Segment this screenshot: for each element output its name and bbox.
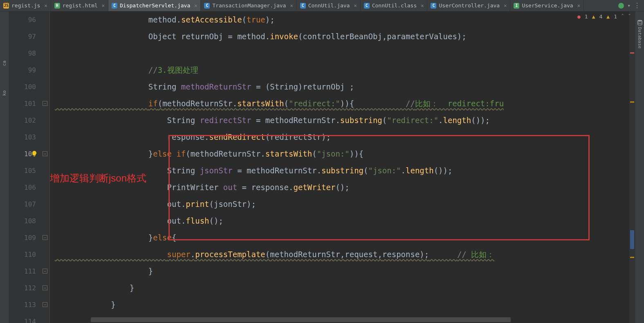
editor-tab-6[interactable]: CUserController.java× [427,0,510,11]
line-number[interactable]: 99 [9,62,36,79]
line-number[interactable]: 96 [9,11,36,28]
tab-label: DispatcherServlet.java [120,2,190,9]
code-line[interactable] [50,45,635,62]
close-tab-icon[interactable]: × [290,3,293,9]
more-menu-icon[interactable]: ⋮ [634,2,641,9]
close-tab-icon[interactable]: × [504,3,507,9]
line-number[interactable]: 108 [9,213,36,229]
error-count: 1 [585,13,588,20]
line-number[interactable]: 114 [9,313,36,323]
inspection-next-icon[interactable]: ˅ [628,13,631,20]
fold-toggle-icon[interactable]: − [43,269,47,274]
line-number[interactable]: 106 [9,179,36,196]
fold-toggle-icon[interactable]: − [43,235,47,240]
code-line[interactable]: String redirectStr = methodReturnStr.sub… [50,112,635,129]
hscroll-thumb[interactable] [91,317,511,322]
fold-gutter[interactable]: −−−−−− [41,11,50,323]
horizontal-scrollbar[interactable] [91,317,629,322]
close-tab-icon[interactable]: × [577,3,580,9]
right-tool-database[interactable]: Database [637,27,642,49]
editor-tab-3[interactable]: CTransactionManager.java× [201,0,296,11]
editor-tab-2[interactable]: CDispatcherServlet.java× [108,0,201,11]
warning-count: 4 [599,13,603,20]
editor-tab-7[interactable]: IUserService.java× [510,0,583,11]
tab-label: regist.html [63,2,98,9]
annotation-label: 增加逻辑判断json格式 [50,172,146,185]
fold-toggle-icon[interactable]: − [43,101,47,106]
close-tab-icon[interactable]: × [44,3,47,9]
code-line[interactable]: }else{ [50,229,635,246]
editor-tabbar: JSregist.js×Hregist.html×CDispatcherServ… [0,0,644,11]
svg-point-1 [637,20,642,22]
code-line[interactable]: }else if(methodReturnStr.startsWith("jso… [50,146,635,162]
class-file-icon: C [364,3,370,9]
code-line[interactable]: super.processTemplate(methodReturnStr,re… [50,246,635,263]
editor-tab-5[interactable]: CConnUtil.class× [361,0,428,11]
code-line[interactable]: String methodReturnStr = (String)returnO… [50,79,635,95]
editor-tab-0[interactable]: JSregist.js× [0,0,51,11]
line-number-gutter[interactable]: 9697989910010110210310410510610710810911… [9,11,41,323]
code-line[interactable]: Object returnObj = method.invoke(control… [50,28,635,45]
java-file-icon: C [204,3,210,9]
html-file-icon: H [54,3,60,9]
java-file-icon: C [300,3,306,9]
code-line[interactable]: out.print(jsonStr); [50,196,635,213]
right-toolwindow-strip: Database [635,11,644,323]
code-line[interactable]: out.flush(); [50,213,635,229]
code-line[interactable]: response.sendRedirect(redirectStr); [50,129,635,146]
close-tab-icon[interactable]: × [194,3,197,9]
editor-tab-4[interactable]: CConnUtil.java× [297,0,361,11]
tab-label: ConnUtil.class [372,2,417,9]
tabbar-right: ▾ ⋮ [615,2,644,9]
close-tab-icon[interactable]: × [354,3,357,9]
fold-toggle-icon[interactable]: − [43,302,47,307]
error-icon: ● [577,13,581,20]
line-number[interactable]: 107 [9,196,36,213]
close-tab-icon[interactable]: × [102,3,105,9]
java-file-icon: C [431,3,436,9]
line-number[interactable]: 97 [9,28,36,45]
line-number[interactable]: 103 [9,129,36,146]
left-tool-1[interactable]: ca [2,61,7,66]
line-number[interactable]: 100 [9,79,36,95]
code-line[interactable]: } [50,280,635,296]
tab-label: ConnUtil.java [308,2,350,9]
code-line[interactable]: if(methodReturnStr.startsWith("redirect:… [50,95,635,112]
weak-warning-count: 1 [614,13,617,20]
tab-overflow-chevron-icon[interactable]: ▾ [627,2,631,9]
code-line[interactable]: } [50,263,635,280]
line-number[interactable]: 111 [9,263,36,280]
close-tab-icon[interactable]: × [421,3,424,9]
code-line[interactable]: //3.视图处理 [50,62,635,79]
line-number[interactable]: 110 [9,246,36,263]
line-number[interactable]: 109 [9,229,36,246]
database-icon[interactable] [637,20,643,25]
tab-label: UserService.java [522,2,573,9]
line-number[interactable]: 102 [9,112,36,129]
line-number[interactable]: 113 [9,296,36,313]
line-number[interactable]: 112 [9,280,36,296]
line-number[interactable]: 98 [9,45,36,62]
inspection-widget[interactable]: ●1 ▲4 ▲1 ˄ ˅ [577,13,631,20]
intention-indicator-icon[interactable] [618,3,624,9]
editor-tab-1[interactable]: Hregist.html× [51,0,108,11]
left-toolwindow-strip: ca ko [0,11,9,323]
tab-label: UserController.java [439,2,500,9]
code-line[interactable]: method.setAccessible(true); [50,11,635,28]
line-number[interactable]: 105 [9,162,36,179]
inspection-prev-icon[interactable]: ˄ [621,13,624,20]
js-file-icon: JS [3,3,9,9]
weak-warning-icon: ▲ [606,13,610,20]
intention-bulb-icon[interactable] [31,150,38,157]
line-number[interactable]: 101 [9,95,36,112]
fold-toggle-icon[interactable]: − [43,285,47,290]
error-stripe[interactable] [629,11,635,323]
left-tool-2[interactable]: ko [2,90,7,96]
code-editor[interactable]: ●1 ▲4 ▲1 ˄ ˅ 969798991001011021031041051… [9,11,635,323]
tab-label: regist.js [11,2,40,9]
svg-rect-0 [34,156,35,157]
code-area[interactable]: 增加逻辑判断json格式 method.setAccessible(true);… [50,11,635,323]
code-line[interactable]: } [50,296,635,313]
fold-toggle-icon[interactable]: − [43,151,47,156]
tab-label: TransactionManager.java [212,2,286,9]
